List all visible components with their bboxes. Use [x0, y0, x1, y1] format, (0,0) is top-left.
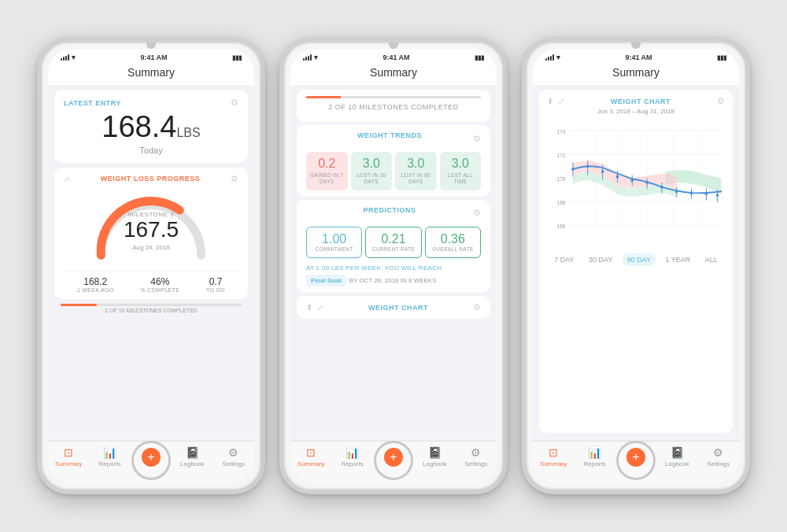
- weight-chart-svg: 174 172 170 168 166: [547, 120, 725, 246]
- predictions-card: Predictions ⚙ 1.00 COMMITMENT 0.21 CURRE…: [297, 200, 490, 293]
- trend-lost-90: 3.0 LOST IN 90 DAYS: [395, 152, 437, 190]
- svg-text:166: 166: [557, 224, 566, 229]
- goal-by-text: BY OCT 28, 2018 IN 8 WEEKS: [349, 277, 437, 284]
- svg-point-18: [586, 164, 589, 168]
- latest-entry-label: Latest Entry: [64, 99, 121, 107]
- expand-icon-3[interactable]: ⤢: [558, 97, 564, 105]
- stat-complete-label: % COMPLETE: [140, 287, 179, 293]
- tab-plus-2[interactable]: +: [373, 446, 414, 467]
- trend-gained-7-label: GAINED IN 7 DAYS: [309, 172, 345, 186]
- milestones-text: 2 OF 10 MILESTONES COMPLETED: [54, 308, 248, 313]
- expand-icon[interactable]: ⤢: [64, 175, 70, 183]
- chart-title-3: Weight Chart: [611, 98, 671, 105]
- tab-plus-3[interactable]: +: [615, 446, 656, 467]
- tab-summary-2[interactable]: ⊡ Summary: [290, 446, 331, 467]
- chart-gear-2[interactable]: ⚙: [473, 302, 481, 312]
- plus-circle-3: +: [626, 448, 645, 467]
- milestone-progress-strip: [306, 96, 481, 98]
- svg-point-26: [645, 181, 648, 184]
- signal-bars-3: [545, 54, 554, 61]
- chart-gear-3[interactable]: ⚙: [717, 96, 725, 106]
- tab-reports-label-1: Reports: [99, 460, 121, 467]
- battery-icon-2: ▮▮▮: [475, 54, 484, 61]
- svg-point-32: [690, 191, 693, 194]
- tab-logbook-2[interactable]: 📓 Logbook: [414, 446, 455, 467]
- battery-icon-1: ▮▮▮: [232, 54, 242, 61]
- pred-commitment-val: 1.00: [310, 232, 358, 246]
- phone-1: ▾ 9:41 AM ▮▮▮ Summary Latest Entry ⚙ 168: [37, 38, 265, 494]
- tab-settings-1[interactable]: ⚙ Settings: [213, 446, 254, 467]
- stat-complete-val: 46%: [140, 276, 179, 287]
- pred-overall-rate: 0.36 OVERALL RATE: [425, 227, 481, 258]
- tab-reports-1[interactable]: 📊 Reports: [89, 446, 130, 467]
- weight-trends-gear[interactable]: ⚙: [473, 134, 481, 144]
- progress-gear[interactable]: ⚙: [231, 174, 238, 184]
- weight-chart-mini: ⬆ ⤢ Weight Chart ⚙: [297, 296, 490, 319]
- plus-circle-2: +: [384, 448, 403, 467]
- latest-entry-gear[interactable]: ⚙: [231, 98, 238, 108]
- wifi-icon-3: ▾: [556, 54, 560, 61]
- period-7day[interactable]: 7 DAY: [549, 253, 578, 266]
- logbook-icon-3: 📓: [671, 446, 684, 459]
- latest-entry-date: Today: [64, 146, 238, 155]
- tab-settings-3[interactable]: ⚙ Settings: [698, 446, 739, 467]
- settings-icon-2: ⚙: [471, 446, 481, 459]
- settings-icon-1: ⚙: [228, 446, 238, 459]
- share-icon-3[interactable]: ⬆: [547, 97, 553, 105]
- plus-circle-1: +: [142, 448, 161, 467]
- share-icon-2[interactable]: ⬆: [306, 303, 312, 312]
- svg-text:170: 170: [557, 176, 566, 182]
- period-90day[interactable]: 90 DAY: [623, 253, 656, 266]
- tab-reports-2[interactable]: 📊 Reports: [331, 446, 372, 467]
- pred-current-rate-label: CURRENT RATE: [369, 246, 417, 253]
- period-1year[interactable]: 1 YEAR: [660, 253, 695, 266]
- milestones-completed-card: 2 OF 10 MILESTONES COMPLETED: [297, 90, 490, 122]
- tab-logbook-3[interactable]: 📓 Logbook: [656, 446, 697, 467]
- tab-logbook-1[interactable]: 📓 Logbook: [172, 446, 212, 467]
- svg-point-28: [660, 186, 663, 189]
- trend-lost-90-val: 3.0: [398, 157, 434, 171]
- chart-period-tabs: 7 DAY 30 DAY 90 DAY 1 YEAR ALL: [547, 253, 725, 266]
- stat-to-go-val: 0.7: [206, 276, 225, 287]
- expand-icon-2[interactable]: ⤢: [317, 303, 323, 312]
- weight-trends-label: Weight Trends: [357, 131, 422, 139]
- trend-gained-7-val: 0.2: [309, 157, 345, 171]
- status-bar-2: ▾ 9:41 AM ▮▮▮: [290, 49, 497, 63]
- wifi-icon-2: ▾: [314, 54, 318, 61]
- svg-point-30: [675, 190, 678, 193]
- final-goal-tag: Final Goal: [306, 275, 346, 286]
- period-all[interactable]: ALL: [700, 253, 722, 266]
- tab-plus-1[interactable]: +: [131, 446, 172, 467]
- tab-reports-label-3: Reports: [584, 460, 606, 467]
- milestones-bar: [61, 304, 242, 306]
- tab-bar-1: ⊡ Summary 📊 Reports + 📓 Logbook ⚙ Settin…: [48, 441, 254, 483]
- prediction-reach-text: AT 1.00 LBS PER WEEK, YOU WILL REACH: [306, 264, 481, 272]
- svg-point-36: [716, 194, 719, 197]
- tab-summary-3[interactable]: ⊡ Summary: [533, 446, 574, 467]
- pred-current-rate-val: 0.21: [369, 232, 417, 246]
- tab-logbook-label-3: Logbook: [665, 460, 689, 467]
- svg-text:168: 168: [557, 200, 566, 205]
- period-30day[interactable]: 30 DAY: [584, 253, 617, 266]
- tab-logbook-label-2: Logbook: [423, 460, 447, 467]
- reports-icon-2: 📊: [345, 446, 359, 459]
- predictions-header: Predictions ⚙: [306, 206, 481, 220]
- tab-reports-3[interactable]: 📊 Reports: [574, 446, 615, 467]
- tab-bar-3: ⊡ Summary 📊 Reports + 📓 Logbook ⚙ Settin…: [533, 441, 739, 483]
- app-title-1: Summary: [48, 63, 254, 85]
- settings-icon-3: ⚙: [713, 446, 723, 459]
- trend-lost-all: 3.0 LOST ALL TIME: [440, 152, 482, 190]
- status-left-2: ▾: [303, 54, 318, 61]
- summary-icon-2: ⊡: [306, 446, 316, 459]
- prediction-goal-row: Final Goal BY OCT 28, 2018 IN 8 WEEKS: [306, 275, 481, 286]
- tab-settings-2[interactable]: ⚙ Settings: [456, 446, 497, 467]
- tab-summary-1[interactable]: ⊡ Summary: [48, 446, 89, 467]
- reports-icon-1: 📊: [103, 446, 116, 459]
- predictions-gear[interactable]: ⚙: [473, 208, 481, 218]
- svg-point-20: [601, 170, 604, 173]
- trend-lost-30: 3.0 LOST IN 30 DAYS: [351, 152, 393, 190]
- tab-summary-label-1: Summary: [55, 460, 82, 467]
- chart-left-icons-3: ⬆ ⤢: [547, 97, 564, 105]
- trend-lost-90-label: LOST IN 90 DAYS: [398, 172, 434, 186]
- status-right-1: ▮▮▮: [232, 54, 242, 61]
